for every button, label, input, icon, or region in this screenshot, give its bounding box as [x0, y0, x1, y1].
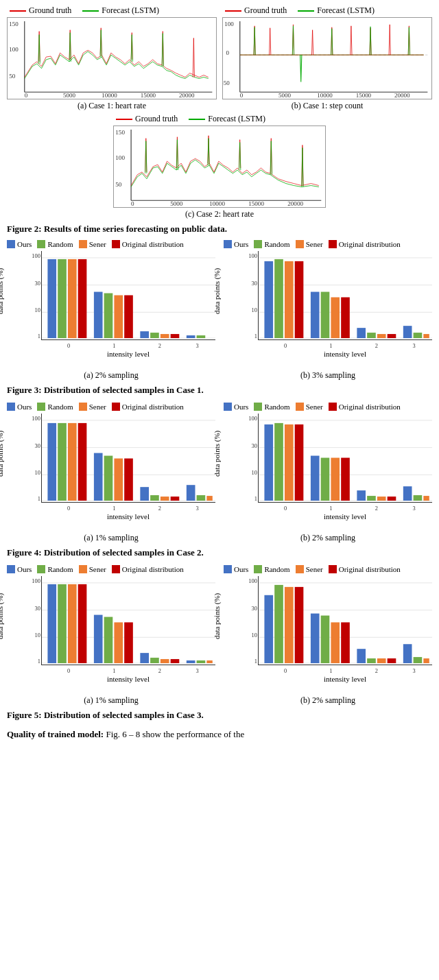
svg-rect-95: [78, 423, 87, 501]
svg-rect-134: [403, 486, 412, 501]
random-label-3b: Random: [264, 240, 289, 248]
fig3b-xlabel: intensity level: [258, 350, 432, 358]
svg-rect-46: [114, 296, 123, 339]
legend-random-3a: Random: [37, 240, 73, 248]
svg-rect-122: [295, 425, 304, 501]
svg-text:2: 2: [375, 343, 378, 349]
svg-text:3: 3: [196, 505, 199, 512]
orig-box-4a: [112, 403, 120, 411]
sener-box-4a: [79, 403, 87, 411]
sener-label-5b: Sener: [306, 565, 323, 573]
ours-label-3a: Ours: [17, 240, 32, 248]
svg-rect-71: [321, 292, 330, 338]
fig4a-outer: data points (%) 1 10 30 100: [7, 414, 215, 531]
svg-rect-131: [377, 497, 386, 501]
legend-gt-b: Ground truth: [225, 5, 287, 16]
fig4b-ylabel: data points (%): [213, 431, 221, 477]
svg-rect-52: [171, 334, 180, 338]
svg-rect-173: [264, 595, 273, 663]
svg-rect-41: [68, 259, 77, 338]
svg-text:150: 150: [115, 129, 125, 135]
svg-text:3: 3: [413, 668, 416, 674]
fig5b-caption: (b) 2% sampling: [224, 695, 432, 706]
fig4a-caption: (a) 1% sampling: [7, 533, 215, 543]
fig4b-chart: 1 10 30 100 0: [258, 414, 432, 503]
fig5a-legend: Ours Random Sener Original distribution: [7, 565, 215, 573]
ours-box-5b: [224, 565, 232, 573]
ours-box-3b: [224, 240, 232, 248]
fig2c-legend: Ground truth Forecast (LSTM): [113, 114, 326, 124]
svg-text:0: 0: [131, 201, 134, 207]
svg-text:100: 100: [32, 578, 40, 584]
svg-text:0: 0: [284, 343, 287, 349]
gt-label-b: Ground truth: [244, 5, 287, 16]
fig2b-chart: 100 0 -50 0 5000 10000 15000 20000: [222, 17, 432, 99]
fig3b-chart: 1 10 30 100: [258, 251, 432, 340]
fig3a-legend: Ours Random Sener Original distribution: [7, 240, 215, 248]
fig5b-wrap: Ours Random Sener Original distribution: [224, 565, 432, 706]
sener-box-5a: [79, 565, 87, 573]
svg-rect-105: [171, 497, 180, 501]
fig5a-outer: data points (%) 1 10 30 100: [7, 576, 215, 694]
random-box-4a: [37, 403, 45, 411]
random-label-5b: Random: [264, 565, 289, 573]
fig2a-chart: 150 100 50 0 5000 10000 15000 20000: [7, 17, 217, 99]
svg-text:100: 100: [248, 253, 257, 259]
svg-text:100: 100: [248, 578, 257, 584]
ours-label-4b: Ours: [234, 403, 248, 411]
legend-sener-5a: Sener: [79, 565, 106, 573]
fig5b-svg: 1 10 30 100: [259, 576, 432, 665]
svg-rect-49: [140, 331, 149, 338]
orig-box-5a: [112, 565, 120, 573]
svg-text:15000: 15000: [141, 93, 156, 99]
legend-ours-5b: Ours: [224, 565, 248, 573]
svg-rect-161: [187, 660, 195, 663]
svg-text:1: 1: [38, 496, 40, 502]
svg-rect-81: [414, 333, 423, 338]
sener-label-3b: Sener: [306, 240, 323, 248]
svg-rect-67: [285, 261, 294, 338]
svg-text:3: 3: [413, 343, 416, 349]
orig-label-5a: Original distribution: [122, 565, 184, 573]
fig4b-wrap: Ours Random Sener Original distribution: [224, 403, 432, 543]
svg-rect-135: [414, 495, 423, 501]
legend-sener-3b: Sener: [296, 240, 323, 248]
random-box-5a: [37, 565, 45, 573]
svg-rect-102: [140, 487, 149, 501]
random-label-5a: Random: [47, 565, 73, 573]
fig4a-legend: Ours Random Sener Original distribution: [7, 403, 215, 411]
svg-rect-72: [331, 297, 340, 338]
legend-orig-3b: Original distribution: [329, 240, 401, 248]
figure3-bar-row: Ours Random Sener Original distribution: [7, 240, 432, 381]
fig5a-svg: 1 10 30 100 0: [42, 576, 215, 665]
svg-text:1: 1: [112, 668, 115, 674]
random-box-5b: [254, 565, 262, 573]
svg-rect-163: [206, 660, 212, 663]
svg-rect-55: [197, 335, 206, 338]
fc-line-b: [298, 10, 314, 12]
fig4b-caption: (b) 2% sampling: [224, 533, 432, 543]
fig3a-ylabel: data points (%): [0, 268, 4, 314]
svg-text:15000: 15000: [248, 201, 264, 207]
fig3b-outer: data points (%) 1 10 30 100: [224, 251, 432, 369]
svg-rect-82: [423, 334, 429, 338]
svg-rect-146: [47, 584, 56, 663]
orig-box-3b: [329, 240, 337, 248]
svg-text:5000: 5000: [170, 201, 182, 207]
fig5a-ylabel: data points (%): [0, 593, 4, 639]
svg-text:2: 2: [375, 668, 378, 674]
svg-rect-181: [341, 622, 350, 663]
bottom-bold: Quality of trained model:: [7, 729, 104, 739]
svg-rect-175: [285, 587, 294, 663]
fig2c-wrap: Ground truth Forecast (LSTM) 150 100 50 …: [7, 114, 432, 219]
orig-box-4b: [329, 403, 337, 411]
svg-rect-54: [187, 335, 195, 338]
svg-rect-129: [357, 490, 366, 501]
gt-line-b: [225, 10, 241, 12]
svg-rect-178: [311, 614, 320, 663]
svg-text:1: 1: [112, 505, 115, 512]
fig2b-svg: 100 0 -50 0 5000 10000 15000 20000: [223, 18, 431, 99]
figure4-title: Figure 4: Distribution of selected sampl…: [7, 547, 432, 558]
svg-text:10000: 10000: [102, 93, 117, 99]
ours-label-3b: Ours: [234, 240, 248, 248]
